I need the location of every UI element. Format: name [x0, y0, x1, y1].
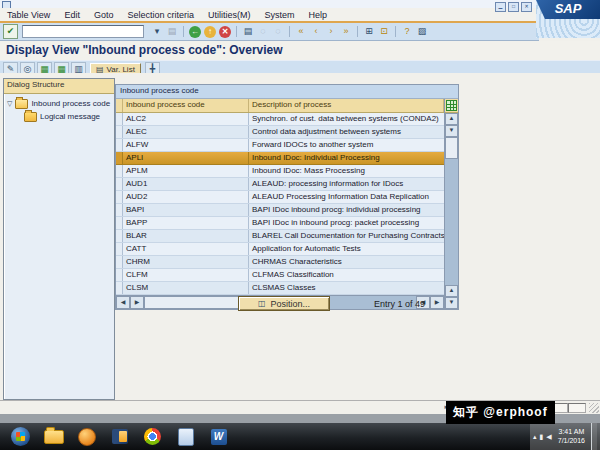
row-selector[interactable] — [116, 191, 123, 203]
process-code-cell[interactable]: APLM — [123, 165, 249, 177]
vertical-scrollbar[interactable]: ▲ ▼ ▲ ▼ — [444, 99, 458, 309]
table-row[interactable]: CLFM CLFMAS Classification — [116, 269, 444, 282]
row-selector[interactable] — [116, 113, 123, 125]
first-page-icon[interactable]: « — [294, 25, 308, 38]
help-icon[interactable]: ? — [400, 25, 414, 38]
scroll-left-icon[interactable]: ◀ — [116, 296, 130, 309]
process-code-cell[interactable]: ALFW — [123, 139, 249, 151]
process-code-cell[interactable]: AUD2 — [123, 191, 249, 203]
menu-item[interactable]: Utilities(M) — [201, 10, 258, 20]
table-row[interactable]: ALC2 Synchron. of cust. data between sys… — [116, 113, 444, 126]
scroll-down-icon[interactable]: ▼ — [445, 125, 458, 137]
process-desc-cell[interactable]: Forward IDOCs to another system — [249, 139, 444, 151]
volume-icon[interactable]: ◀ — [546, 433, 551, 441]
cancel-icon[interactable]: ✕ — [219, 26, 231, 38]
table-row[interactable]: BAPI BAPI IDoc inbound procg: individual… — [116, 204, 444, 217]
menu-item[interactable]: Edit — [57, 10, 87, 20]
tree-node-inbound-process-code[interactable]: ▽ Inbound process code — [4, 97, 114, 110]
process-code-cell[interactable]: BAPI — [123, 204, 249, 216]
new-session-icon[interactable]: ⊞ — [362, 25, 376, 38]
tray-expand-icon[interactable]: ▴ — [533, 433, 537, 441]
menu-item[interactable]: Goto — [87, 10, 121, 20]
row-selector[interactable] — [116, 165, 123, 177]
process-code-cell[interactable]: AUD1 — [123, 178, 249, 190]
enter-icon[interactable]: ✔ — [3, 24, 18, 39]
command-input[interactable] — [22, 25, 144, 38]
row-selector[interactable] — [116, 256, 123, 268]
tree-node-logical-message[interactable]: Logical message — [4, 110, 114, 123]
chrome-icon[interactable] — [136, 423, 169, 450]
row-selector[interactable] — [116, 204, 123, 216]
scroll-down-end-icon[interactable]: ▼ — [445, 297, 458, 309]
row-selector[interactable] — [116, 178, 123, 190]
scroll-up-end-icon[interactable]: ▲ — [445, 285, 458, 297]
process-code-cell[interactable]: CLSM — [123, 282, 249, 294]
process-code-cell[interactable]: CATT — [123, 243, 249, 255]
process-code-cell[interactable]: ALEC — [123, 126, 249, 138]
scroll-right-icon[interactable]: ▶ — [130, 296, 144, 309]
customize-icon[interactable]: ▨ — [415, 25, 429, 38]
process-desc-cell[interactable]: Inbound IDoc: Individual Processing — [249, 152, 444, 164]
explorer-icon[interactable] — [37, 423, 70, 450]
menu-item[interactable]: System — [257, 10, 301, 20]
save-icon[interactable]: ▤ — [165, 25, 179, 38]
row-selector[interactable] — [116, 139, 123, 151]
process-code-cell[interactable]: CLFM — [123, 269, 249, 281]
table-settings-corner[interactable] — [445, 99, 458, 113]
row-selector[interactable] — [116, 217, 123, 229]
start-button[interactable] — [4, 423, 37, 450]
menu-item[interactable]: Selection criteria — [120, 10, 201, 20]
next-page-icon[interactable]: › — [324, 25, 338, 38]
close-button[interactable]: ✕ — [521, 2, 532, 12]
word-icon[interactable]: W — [202, 423, 235, 450]
table-row[interactable]: CATT Application for Automatic Tests — [116, 243, 444, 256]
process-code-cell[interactable]: APLI — [123, 152, 249, 164]
process-desc-cell[interactable]: Control data adjustment between systems — [249, 126, 444, 138]
row-selector[interactable] — [116, 152, 123, 164]
process-code-cell[interactable]: BLAR — [123, 230, 249, 242]
code-column-header[interactable]: Inbound process code — [123, 99, 249, 112]
table-row[interactable]: AUD1 ALEAUD: processing information for … — [116, 178, 444, 191]
v-scroll-track[interactable] — [445, 159, 458, 285]
description-column-header[interactable]: Description of process — [249, 99, 444, 112]
maximize-button[interactable]: □ — [508, 2, 519, 12]
table-row[interactable]: BAPP BAPI IDoc in inbound procg: packet … — [116, 217, 444, 230]
process-desc-cell[interactable]: Inbound IDoc: Mass Processing — [249, 165, 444, 177]
exit-icon[interactable]: ↑ — [204, 26, 216, 38]
row-selector[interactable] — [116, 230, 123, 242]
row-selector[interactable] — [116, 282, 123, 294]
process-code-cell[interactable]: BAPP — [123, 217, 249, 229]
v-scroll-thumb[interactable] — [445, 137, 458, 159]
minimize-button[interactable]: ▁ — [495, 2, 506, 12]
scroll-up-icon[interactable]: ▲ — [445, 113, 458, 125]
table-row[interactable]: APLM Inbound IDoc: Mass Processing — [116, 165, 444, 178]
process-desc-cell[interactable]: CLSMAS Classes — [249, 282, 444, 294]
resize-grip-icon[interactable] — [589, 403, 599, 413]
print-icon[interactable]: ▤ — [241, 25, 255, 38]
table-row[interactable]: APLI Inbound IDoc: Individual Processing — [116, 152, 444, 165]
process-desc-cell[interactable]: BAPI IDoc inbound procg: individual proc… — [249, 204, 444, 216]
find-next-icon[interactable]: ◌ — [271, 25, 285, 38]
process-desc-cell[interactable]: BAPI IDoc in inbound procg: packet proce… — [249, 217, 444, 229]
taskbar-clock[interactable]: 3:41 AM 7/1/2016 — [556, 428, 587, 446]
expand-arrow-icon[interactable]: ▽ — [7, 100, 12, 108]
table-row[interactable]: AUD2 ALEAUD Processing Information Data … — [116, 191, 444, 204]
last-page-icon[interactable]: » — [339, 25, 353, 38]
show-desktop-button[interactable] — [591, 423, 597, 450]
row-selector[interactable] — [116, 269, 123, 281]
process-code-cell[interactable]: CHRM — [123, 256, 249, 268]
find-icon[interactable]: ◌ — [256, 25, 270, 38]
notepad-icon[interactable] — [169, 423, 202, 450]
back-icon[interactable]: ← — [189, 26, 201, 38]
process-desc-cell[interactable]: CHRMAS Characteristics — [249, 256, 444, 268]
process-desc-cell[interactable]: ALEAUD: processing information for IDocs — [249, 178, 444, 190]
process-desc-cell[interactable]: CLFMAS Classification — [249, 269, 444, 281]
table-row[interactable]: BLAR BLAREL Call Documentation for Purch… — [116, 230, 444, 243]
row-selector[interactable] — [116, 243, 123, 255]
position-button[interactable]: ◫ Position... — [238, 296, 330, 311]
process-desc-cell[interactable]: ALEAUD Processing Information Data Repli… — [249, 191, 444, 203]
row-selector[interactable] — [116, 126, 123, 138]
menu-item[interactable]: Table View — [0, 10, 57, 20]
menu-item[interactable]: Help — [301, 10, 334, 20]
process-desc-cell[interactable]: Application for Automatic Tests — [249, 243, 444, 255]
